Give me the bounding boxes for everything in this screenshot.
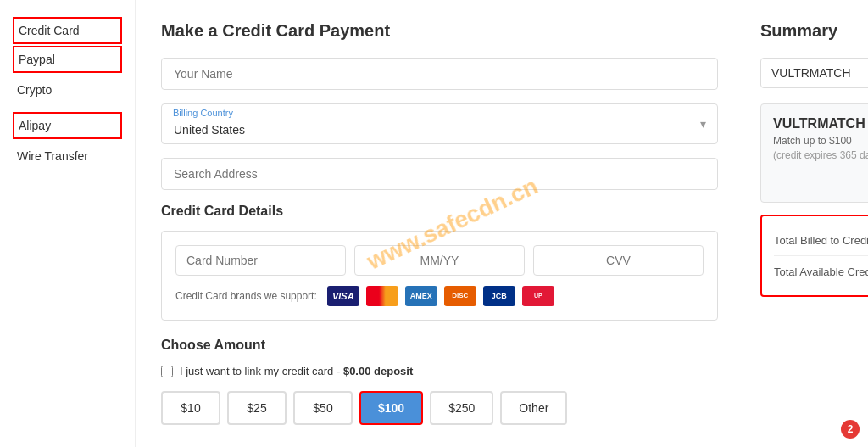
card-expiry-input[interactable]	[354, 245, 525, 276]
link-card-label: I just want to link my credit card - $0.…	[180, 365, 413, 377]
sidebar-item-label: Credit Card	[19, 24, 80, 37]
page-title: Make a Credit Card Payment	[161, 21, 718, 41]
amount-btn-100[interactable]: $100	[359, 391, 423, 425]
card-inputs-row	[175, 245, 704, 276]
amount-btn-250[interactable]: $250	[430, 391, 493, 425]
sidebar-item-label: Paypal	[19, 53, 55, 66]
amount-buttons-row: $10 $25 $50 $100 $250 Other	[161, 391, 718, 425]
amount-btn-50[interactable]: $50	[293, 391, 353, 425]
promo-desc: Match up to $100	[773, 135, 868, 147]
summary-title: Summary	[760, 21, 868, 41]
amount-btn-25[interactable]: $25	[227, 391, 287, 425]
card-brands-label: Credit Card brands we support:	[175, 290, 317, 302]
visa-icon: VISA	[327, 286, 359, 306]
sidebar-item-label: Alipay	[19, 119, 51, 132]
summary-divider	[774, 255, 868, 256]
promo-header: VULTRMATCH +$100.00	[773, 116, 868, 131]
name-field-group	[161, 58, 718, 90]
main-content: Make a Credit Card Payment Billing Count…	[136, 0, 743, 447]
sidebar-item-crypto[interactable]: Crypto	[13, 76, 122, 103]
notification-badge[interactable]: 2	[841, 420, 860, 439]
mastercard-icon	[366, 286, 398, 306]
total-credit-row: Total Available Credit $200.00	[774, 260, 868, 283]
sidebar: Credit Card Paypal Crypto Alipay Wire Tr…	[0, 0, 136, 447]
address-field-group	[161, 158, 718, 190]
billing-country-group: Billing Country United States ▾	[161, 103, 718, 144]
search-address-input[interactable]	[161, 158, 718, 190]
billing-country-select[interactable]: United States	[161, 103, 718, 144]
card-brands-row: Credit Card brands we support: VISA AMEX…	[175, 286, 704, 306]
amex-icon: AMEX	[405, 286, 437, 306]
discover-icon: DISC	[444, 286, 476, 306]
choose-amount-title: Choose Amount	[161, 338, 718, 353]
coupon-input[interactable]	[760, 58, 868, 88]
card-number-input[interactable]	[175, 245, 346, 276]
sidebar-item-paypal[interactable]: Paypal	[13, 46, 122, 73]
sidebar-item-credit-card[interactable]: Credit Card	[13, 17, 122, 44]
sidebar-item-alipay[interactable]: Alipay	[13, 112, 122, 139]
sidebar-item-label: Crypto	[17, 83, 52, 97]
total-billed-label: Total Billed to Credit Card	[774, 234, 868, 247]
card-details-box: Credit Card brands we support: VISA AMEX…	[161, 231, 718, 321]
promo-expiry: (credit expires 365 days after signup)	[773, 149, 868, 161]
amount-btn-10[interactable]: $10	[161, 391, 220, 425]
jcb-icon: JCB	[483, 286, 515, 306]
billing-country-label: Billing Country	[173, 108, 233, 118]
link-card-row: I just want to link my credit card - $0.…	[161, 365, 718, 377]
summary-panel: Summary Apply VULTRMATCH +$100.00 Match …	[743, 0, 868, 447]
total-billed-row: Total Billed to Credit Card +$100.00	[774, 228, 868, 252]
your-name-input[interactable]	[161, 58, 718, 90]
promo-box: VULTRMATCH +$100.00 Match up to $100 (cr…	[760, 103, 868, 203]
card-cvv-input[interactable]	[533, 245, 704, 276]
sidebar-item-label: Wire Transfer	[17, 149, 88, 163]
summary-totals: Total Billed to Credit Card +$100.00 Tot…	[760, 215, 868, 297]
total-credit-label: Total Available Credit	[774, 265, 868, 278]
credit-card-details-title: Credit Card Details	[161, 204, 718, 219]
amount-btn-other[interactable]: Other	[500, 391, 567, 425]
sidebar-item-wire-transfer[interactable]: Wire Transfer	[13, 142, 122, 170]
unionpay-icon: UP	[522, 286, 554, 306]
promo-name: VULTRMATCH	[773, 116, 865, 131]
coupon-row: Apply	[760, 58, 868, 88]
link-card-checkbox[interactable]	[161, 366, 173, 377]
